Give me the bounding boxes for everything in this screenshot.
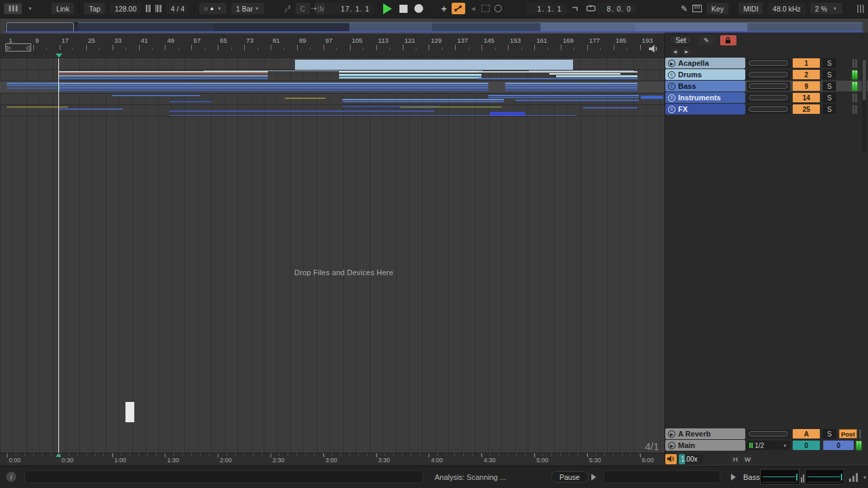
play-button[interactable]	[383, 3, 392, 14]
track-solo-button[interactable]: S	[823, 81, 836, 91]
track-solo-button[interactable]: S	[823, 70, 836, 79]
track-volume-slider[interactable]	[747, 70, 790, 79]
track-header-bass[interactable]: ≡Bass 9 S	[665, 81, 868, 92]
clip-stripe[interactable]	[505, 83, 637, 84]
clip-stripe[interactable]	[488, 95, 639, 96]
clip-stripe[interactable]	[339, 74, 481, 76]
loop-length-field[interactable]: 8. 0. 0	[597, 3, 636, 14]
track-fold-icon[interactable]: ≡	[668, 94, 675, 102]
next-locator-button[interactable]: ►	[682, 47, 691, 56]
track-volume-slider[interactable]	[747, 105, 790, 114]
track-header-acapella[interactable]: ▶Acapella 1 S	[665, 58, 868, 68]
control-bar-dropdown-icon[interactable]: ▼	[28, 6, 33, 11]
key-root-field[interactable]: C	[296, 3, 311, 14]
clip-stripe[interactable]	[112, 95, 200, 96]
zoom-level-display[interactable]: 1.00x	[679, 454, 703, 464]
optimize-width-button[interactable]: W	[743, 454, 753, 464]
automation-mode-button[interactable]	[452, 3, 465, 14]
clip-stripe[interactable]	[285, 98, 326, 99]
track-header-instruments[interactable]: ≡Instruments 14 S	[665, 92, 868, 103]
track-arm-button[interactable]: 14	[793, 93, 820, 102]
record-button[interactable]	[414, 4, 423, 13]
track-fold-icon[interactable]: ≡	[668, 83, 675, 90]
clip-stripe[interactable]	[342, 99, 504, 100]
clip-stripe[interactable]	[7, 87, 58, 89]
control-bar-display-icon[interactable]	[4, 3, 22, 14]
clip-stripe[interactable]	[583, 107, 637, 108]
clip-stripe[interactable]	[505, 89, 637, 91]
track-name-box[interactable]: ≡FX	[665, 104, 745, 115]
clip-stripe[interactable]	[295, 60, 573, 70]
track-fold-icon[interactable]: ≡	[668, 106, 675, 113]
clip-stripe[interactable]	[60, 89, 488, 91]
tap-tempo-button[interactable]: Tap	[84, 3, 105, 14]
computer-midi-keyboard-icon[interactable]	[692, 5, 702, 12]
clip-stripe[interactable]	[58, 73, 268, 75]
clip-stripe[interactable]	[478, 71, 637, 73]
time-signature-field[interactable]: 4 / 4	[166, 3, 189, 14]
re-enable-automation-icon[interactable]: ◄	[470, 5, 477, 12]
clip-stripe[interactable]	[549, 73, 620, 75]
main-pan-value[interactable]: 0	[793, 441, 820, 450]
return-volume-slider[interactable]	[747, 430, 790, 439]
post-fader-button[interactable]: Post	[839, 429, 857, 439]
clip-stripe[interactable]	[7, 83, 58, 84]
clip-stripe[interactable]	[339, 71, 481, 73]
clip-stripe[interactable]	[556, 75, 637, 77]
track-arm-button[interactable]: 9	[793, 81, 820, 91]
clip-stripe[interactable]	[60, 83, 488, 84]
key-map-button[interactable]: Key	[707, 3, 728, 14]
clip-stripe[interactable]	[58, 75, 268, 77]
capture-midi-icon[interactable]	[494, 5, 502, 12]
monitor-play-icon[interactable]	[731, 474, 736, 481]
track-volume-slider[interactable]	[747, 82, 790, 91]
new-midi-track-icon[interactable]: +	[441, 3, 446, 14]
clip-stripe[interactable]	[641, 96, 663, 99]
main-name-box[interactable]: ▶Main	[665, 440, 745, 451]
arrangement-position-field[interactable]: 17. 1. 1	[324, 3, 374, 14]
track-name-box[interactable]: ≡Bass	[665, 81, 745, 92]
track-volume-slider[interactable]	[747, 94, 790, 102]
track-name-box[interactable]: ≡Instruments	[665, 92, 745, 103]
midi-map-button[interactable]: MIDI	[738, 3, 763, 14]
tempo-field[interactable]: 128.00	[110, 3, 141, 14]
clip-stripe[interactable]	[515, 100, 639, 101]
clip-stripe[interactable]	[60, 85, 488, 86]
nudge-up-icon[interactable]	[155, 5, 161, 12]
automation-lock-button[interactable]	[720, 35, 736, 45]
track-name-box[interactable]: ▶Acapella	[665, 58, 745, 68]
info-icon[interactable]: i	[6, 472, 16, 482]
clip-stripe[interactable]	[170, 115, 576, 116]
clip-stripe[interactable]	[125, 402, 134, 422]
clip-stripe[interactable]	[58, 71, 268, 73]
clip-stripe[interactable]	[339, 77, 481, 79]
track-arm-button[interactable]: 1	[793, 58, 820, 68]
track-solo-button[interactable]: S	[823, 104, 836, 114]
output-level-icon[interactable]	[849, 472, 858, 482]
track-solo-button[interactable]: S	[823, 93, 836, 102]
return-track-header-a-reverb[interactable]: ▶A Reverb A S Post	[665, 428, 868, 439]
loop-switch-icon[interactable]	[586, 5, 596, 12]
time-ruler[interactable]: 0:000:301:001:302:002:303:003:304:004:30…	[0, 453, 665, 466]
track-header-fx[interactable]: ≡FX 25 S	[665, 104, 868, 115]
main-quantize-menu[interactable]: 1/2▼	[747, 441, 790, 450]
stop-button[interactable]	[399, 5, 408, 13]
playhead-marker-top[interactable]	[56, 54, 62, 58]
follow-button[interactable]: ➝┆	[311, 4, 319, 13]
punch-in-icon[interactable]	[572, 5, 581, 12]
clip-stripe[interactable]	[400, 106, 502, 108]
analysis-resume-icon[interactable]	[591, 474, 596, 481]
link-button[interactable]: Link	[52, 3, 74, 14]
clip-stripe[interactable]	[170, 110, 434, 112]
beat-time-ruler[interactable]: 1917253341495765738189971051131211291371…	[0, 34, 665, 58]
arrangement-loop-brace[interactable]: ▷◁	[5, 43, 31, 52]
track-fold-icon[interactable]: ≡	[668, 71, 675, 79]
clip-stripe[interactable]	[170, 101, 212, 102]
audition-speaker-button[interactable]	[665, 454, 677, 464]
track-volume-slider[interactable]	[747, 59, 790, 68]
optimize-height-button[interactable]: H	[730, 454, 741, 464]
return-name-box[interactable]: ▶A Reverb	[665, 428, 745, 439]
clip-stripe[interactable]	[7, 85, 58, 86]
draw-mode-icon[interactable]	[481, 5, 490, 12]
metronome-button[interactable]: ○●▼	[199, 3, 226, 14]
